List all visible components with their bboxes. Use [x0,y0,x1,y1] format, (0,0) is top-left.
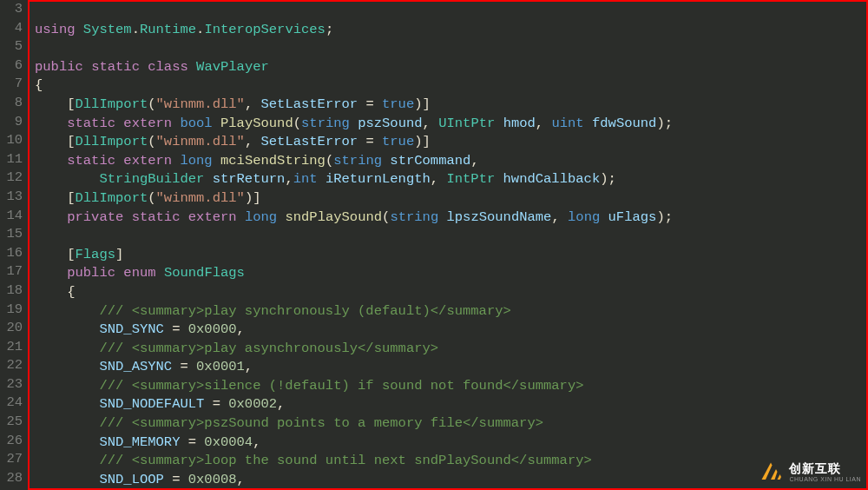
watermark: 创新互联 CHUANG XIN HU LIAN [758,459,861,485]
line-number: 21 [0,338,28,357]
line-number: 24 [0,394,28,413]
line-number: 14 [0,207,28,226]
code-line[interactable]: public enum SoundFlags [35,264,866,283]
code-line[interactable]: SND_NODEFAULT = 0x0002, [35,395,866,414]
code-area-selection: using System.Runtime.InteropServices;pub… [28,0,868,490]
svg-marker-0 [762,463,773,480]
code-content[interactable]: using System.Runtime.InteropServices;pub… [30,2,866,489]
code-line[interactable]: SND_LOOP = 0x0008, [35,471,866,490]
line-number-gutter: 3456789101112131415161718192021222324252… [0,0,28,490]
line-number: 27 [0,450,28,469]
svg-marker-2 [778,474,782,480]
code-line[interactable]: static extern long mciSendString(string … [35,152,866,171]
line-number: 18 [0,281,28,301]
line-number: 13 [0,188,28,207]
code-editor[interactable]: 3456789101112131415161718192021222324252… [0,0,868,490]
code-line[interactable]: /// <summary>pszSound points to a memory… [35,414,866,434]
code-line[interactable]: [Flags] [35,246,866,265]
code-line[interactable]: [DllImport("winmm.dll")] [35,189,866,209]
watermark-title: 创新互联 [789,462,861,474]
line-number: 12 [0,169,28,188]
code-line[interactable]: /// <summary>loop the sound until next s… [35,452,866,471]
code-line[interactable]: /// <summary>play asynchronously</summar… [35,340,866,359]
code-line[interactable]: SND_MEMORY = 0x0004, [35,434,866,453]
code-line[interactable]: using System.Runtime.InteropServices; [35,21,866,40]
code-line[interactable]: [DllImport("winmm.dll", SetLastError = t… [35,96,866,115]
code-line[interactable]: SND_ASYNC = 0x0001, [35,358,866,377]
line-number: 19 [0,301,28,320]
line-number: 3 [0,0,28,19]
watermark-subtitle: CHUANG XIN HU LIAN [789,476,861,482]
line-number: 7 [0,75,28,94]
code-line[interactable]: { [35,76,866,96]
line-number: 10 [0,131,28,150]
line-number: 28 [0,469,28,488]
line-number: 26 [0,432,28,451]
line-number: 4 [0,19,28,38]
line-number: 23 [0,375,28,394]
watermark-logo-icon [758,459,784,485]
line-number: 9 [0,113,28,132]
code-line[interactable]: /// <summary>play synchronously (default… [35,302,866,321]
line-number: 5 [0,37,28,56]
code-line[interactable]: StringBuilder strReturn,int iReturnLengt… [35,170,866,189]
code-line[interactable]: private static extern long sndPlaySound(… [35,209,866,228]
line-number: 20 [0,319,28,338]
code-line[interactable]: SND_SYNC = 0x0000, [35,321,866,340]
code-line[interactable]: /// <summary>silence (!default) if sound… [35,377,866,396]
code-line[interactable] [35,227,866,246]
code-line[interactable] [35,2,866,21]
line-number: 11 [0,150,28,169]
code-line[interactable]: static extern bool PlaySound(string pszS… [35,115,866,134]
line-number: 17 [0,262,28,281]
line-number: 22 [0,356,28,375]
code-line[interactable]: [DllImport("winmm.dll", SetLastError = t… [35,133,866,152]
code-line[interactable]: public static class WavPlayer [35,58,866,77]
svg-marker-1 [771,469,778,480]
line-number: 15 [0,225,28,244]
line-number: 8 [0,94,28,113]
line-number: 6 [0,56,28,76]
line-number: 25 [0,413,28,432]
code-line[interactable]: { [35,283,866,302]
code-line[interactable] [35,39,866,58]
line-number: 16 [0,244,28,263]
